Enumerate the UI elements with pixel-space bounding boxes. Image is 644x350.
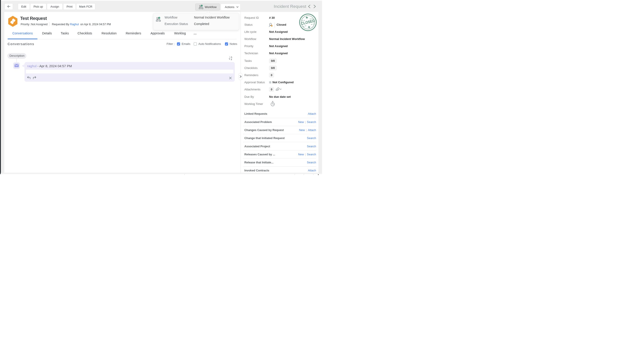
svg-text:Z: Z: [231, 58, 232, 60]
